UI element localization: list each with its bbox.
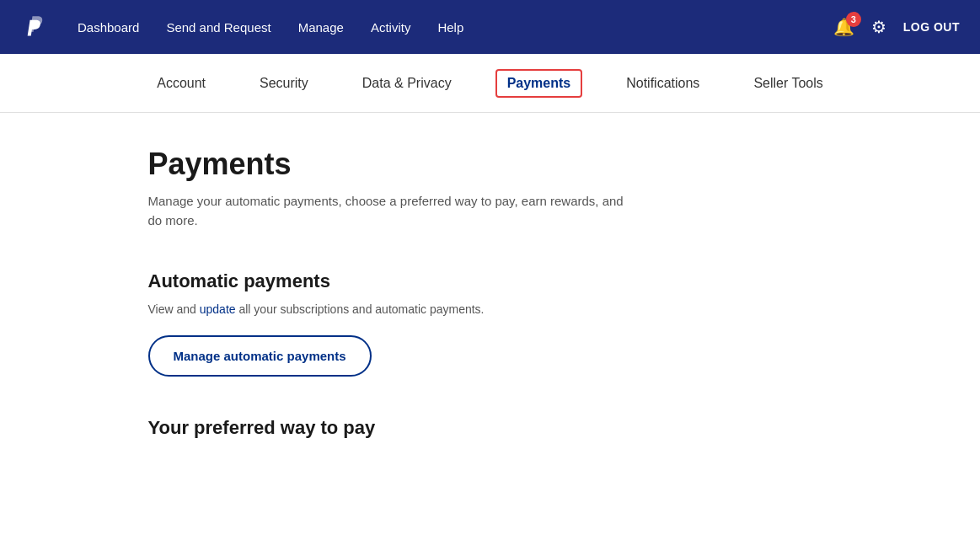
paypal-logo[interactable] xyxy=(20,12,51,42)
page-title: Payments xyxy=(148,147,833,182)
main-content: Payments Manage your automatic payments,… xyxy=(128,113,853,513)
desc-prefix: View and xyxy=(148,302,200,316)
automatic-payments-section: Automatic payments View and update all y… xyxy=(148,270,833,377)
preferred-pay-title: Your preferred way to pay xyxy=(148,417,833,439)
preferred-pay-section: Your preferred way to pay xyxy=(148,417,833,439)
secondary-navigation: Account Security Data & Privacy Payments… xyxy=(0,54,980,113)
automatic-payments-title: Automatic payments xyxy=(148,270,833,292)
tab-security[interactable]: Security xyxy=(249,71,319,96)
nav-dashboard[interactable]: Dashboard xyxy=(78,20,139,35)
nav-send-and-request[interactable]: Send and Request xyxy=(166,20,270,35)
tab-data-privacy[interactable]: Data & Privacy xyxy=(352,71,462,96)
tab-seller-tools[interactable]: Seller Tools xyxy=(743,71,833,96)
top-nav-right: 🔔 3 ⚙ LOG OUT xyxy=(833,17,960,37)
tab-account[interactable]: Account xyxy=(147,71,216,96)
update-link[interactable]: update xyxy=(200,302,236,316)
tab-notifications[interactable]: Notifications xyxy=(616,71,710,96)
top-nav-left: Dashboard Send and Request Manage Activi… xyxy=(20,12,463,42)
top-navigation: Dashboard Send and Request Manage Activi… xyxy=(0,0,980,54)
gear-icon[interactable]: ⚙ xyxy=(871,17,886,37)
manage-automatic-payments-button[interactable]: Manage automatic payments xyxy=(148,335,372,377)
notification-badge: 3 xyxy=(846,12,861,27)
tab-payments[interactable]: Payments xyxy=(495,69,583,98)
nav-manage[interactable]: Manage xyxy=(298,20,344,35)
notification-bell[interactable]: 🔔 3 xyxy=(833,17,854,37)
logout-button[interactable]: LOG OUT xyxy=(903,20,960,34)
nav-help[interactable]: Help xyxy=(437,20,463,35)
nav-activity[interactable]: Activity xyxy=(371,20,411,35)
page-description: Manage your automatic payments, choose a… xyxy=(148,192,637,230)
desc-suffix: all your subscriptions and automatic pay… xyxy=(236,302,485,316)
automatic-payments-description: View and update all your subscriptions a… xyxy=(148,301,833,318)
